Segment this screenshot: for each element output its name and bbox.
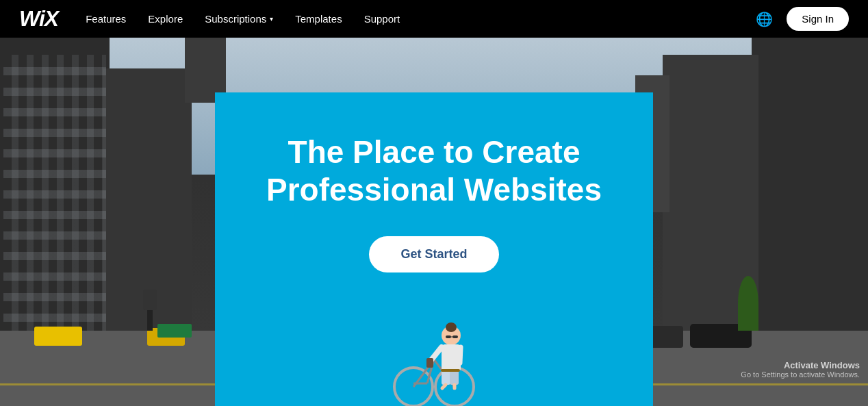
svg-rect-17 bbox=[450, 370, 459, 385]
svg-line-19 bbox=[442, 385, 446, 388]
street-sign bbox=[157, 324, 192, 338]
globe-icon[interactable]: 🌐 bbox=[756, 11, 773, 27]
svg-point-8 bbox=[446, 322, 457, 332]
hero-panel: The Place to Create Professional Website… bbox=[215, 92, 653, 406]
hero-title: The Place to Create Professional Website… bbox=[266, 134, 602, 209]
nav-support[interactable]: Support bbox=[364, 13, 400, 25]
svg-rect-16 bbox=[442, 370, 450, 385]
nav-actions: 🌐 Sign In bbox=[756, 7, 849, 31]
get-started-button[interactable]: Get Started bbox=[369, 236, 498, 272]
tree-right bbox=[738, 276, 758, 331]
taxi-1 bbox=[34, 327, 82, 346]
chevron-down-icon: ▾ bbox=[270, 15, 273, 23]
nav-subscriptions[interactable]: Subscriptions ▾ bbox=[205, 13, 273, 25]
nav-templates[interactable]: Templates bbox=[295, 13, 342, 25]
svg-rect-15 bbox=[426, 358, 433, 368]
svg-rect-9 bbox=[446, 335, 451, 338]
svg-rect-18 bbox=[441, 369, 460, 372]
sign-in-button[interactable]: Sign In bbox=[787, 7, 849, 31]
svg-rect-12 bbox=[442, 344, 461, 372]
hero-section: The Place to Create Professional Website… bbox=[0, 0, 868, 406]
person-illustration bbox=[379, 270, 489, 406]
svg-rect-10 bbox=[452, 335, 458, 338]
windows-watermark: Activate Windows Go to Settings to activ… bbox=[741, 360, 860, 379]
logo[interactable]: WiX bbox=[19, 6, 58, 31]
hero-person bbox=[366, 270, 502, 406]
nav-explore[interactable]: Explore bbox=[148, 13, 183, 25]
nav-features[interactable]: Features bbox=[86, 13, 126, 25]
navbar: WiX Features Explore Subscriptions ▾ Tem… bbox=[0, 0, 868, 38]
nav-links: Features Explore Subscriptions ▾ Templat… bbox=[86, 13, 756, 25]
traffic-light bbox=[147, 290, 153, 331]
svg-line-14 bbox=[460, 347, 461, 363]
